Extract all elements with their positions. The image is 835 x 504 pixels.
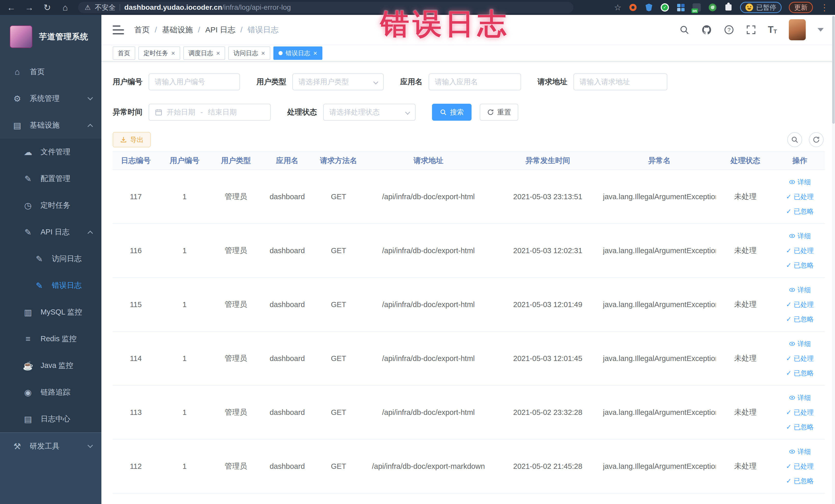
sidebar-item-dev-tools[interactable]: ⚒ 研发工具 (0, 433, 101, 460)
mark-ignored-link[interactable]: ✓已忽略 (786, 369, 814, 378)
sidebar-item-infrastructure[interactable]: ▤ 基础设施 (0, 112, 101, 139)
user-no-label: 用户编号 (113, 77, 142, 87)
sidebar-item-error-log[interactable]: ✎ 错误日志 (0, 272, 101, 299)
refresh-button[interactable] (809, 132, 824, 147)
date-end-placeholder: 结束日期 (208, 107, 237, 117)
address-bar[interactable]: ⚠ 不安全 dashboard.yudao.iocoder.cn/infra/l… (78, 2, 573, 13)
font-size-icon[interactable]: TT (768, 25, 777, 35)
scrollbar-thumb[interactable] (832, 16, 835, 124)
sidebar-item-api-logs[interactable]: ✎ API 日志 (0, 219, 101, 245)
request-url-input[interactable] (579, 78, 661, 86)
table-header-row: 日志编号 用户编号 用户类型 应用名 请求方法名 请求地址 异常发生时间 异常名… (113, 152, 825, 170)
tab-access-log[interactable]: 访问日志× (228, 46, 270, 60)
browser-update-button[interactable]: 更新 (789, 2, 813, 13)
extension-grid-icon[interactable] (676, 3, 685, 12)
mark-processed-link[interactable]: ✓已处理 (786, 408, 814, 417)
sidebar-item-home[interactable]: ⌂ 首页 (0, 59, 101, 85)
close-icon[interactable]: × (261, 50, 265, 57)
sidebar-item-java-monitor[interactable]: ☕ Java 监控 (0, 352, 101, 379)
help-icon[interactable]: ? (724, 25, 734, 35)
log-edit-icon: ✎ (34, 281, 45, 291)
tab-error-log[interactable]: 错误日志× (273, 46, 322, 60)
browser-reload-icon[interactable]: ↻ (42, 0, 53, 15)
detail-link[interactable]: 详细 (789, 394, 811, 402)
close-icon[interactable]: × (171, 50, 175, 57)
paused-extension-button[interactable]: 已暂停 (740, 2, 781, 13)
chevron-down-icon (405, 109, 410, 115)
detail-link[interactable]: 详细 (789, 447, 811, 456)
check-icon: ✓ (786, 477, 792, 485)
sidebar-item-config-management[interactable]: ✎ 配置管理 (0, 165, 101, 192)
extension-switch-icon[interactable]: on (692, 3, 701, 12)
sidebar-item-file-management[interactable]: ☁ 文件管理 (0, 139, 101, 165)
user-no-input[interactable] (155, 78, 234, 86)
tab-scheduled-jobs[interactable]: 定时任务× (138, 46, 180, 60)
mark-ignored-link[interactable]: ✓已忽略 (786, 315, 814, 324)
mark-processed-link[interactable]: ✓已处理 (786, 354, 814, 363)
filter-row-2: 异常时间 开始日期 - 结束日期 处理状态 请选择处理状态 (113, 104, 824, 121)
avatar[interactable] (789, 19, 806, 40)
sidebar-item-log-center[interactable]: ▤ 日志中心 (0, 406, 101, 432)
url-path: /infra/log/api-error-log (222, 3, 291, 11)
mark-ignored-link[interactable]: ✓已忽略 (786, 423, 814, 431)
browser-menu-kebab-icon[interactable]: ⋮ (820, 0, 829, 15)
sidebar-item-access-log[interactable]: ✎ 访问日志 (0, 245, 101, 272)
breadcrumb-home[interactable]: 首页 (134, 25, 150, 35)
status-text: 未处理 (716, 439, 775, 493)
chevron-down-icon (87, 442, 93, 448)
search-button[interactable]: 搜索 (432, 104, 471, 121)
browser-back-icon[interactable]: ← (6, 0, 16, 15)
sidebar-item-mysql-monitor[interactable]: ▥ MySQL 监控 (0, 299, 101, 326)
sidebar-item-redis-monitor[interactable]: ≡ Redis 监控 (0, 326, 101, 352)
detail-link[interactable]: 详细 (789, 231, 811, 241)
sidebar-toggle-icon[interactable] (113, 25, 124, 35)
sidebar-item-system-management[interactable]: ⚙ 系统管理 (0, 85, 101, 112)
close-icon[interactable]: × (216, 50, 220, 57)
export-button[interactable]: 导出 (113, 132, 151, 147)
fullscreen-icon[interactable] (746, 25, 756, 35)
url-host: dashboard.yudao.iocoder.cn (124, 3, 222, 11)
sidebar-item-trace[interactable]: ◉ 链路追踪 (0, 379, 101, 406)
detail-link[interactable]: 详细 (789, 178, 811, 187)
app-title: 芋道管理系统 (39, 31, 88, 42)
smiley-icon (746, 4, 753, 11)
browser-forward-icon[interactable]: → (24, 0, 34, 15)
breadcrumb-infrastructure[interactable]: 基础设施 (162, 25, 193, 35)
tools-icon: ⚒ (12, 441, 23, 451)
mark-processed-link[interactable]: ✓已处理 (786, 462, 814, 471)
reset-button[interactable]: 重置 (480, 104, 518, 121)
mark-ignored-link[interactable]: ✓已忽略 (786, 477, 814, 485)
date-range-picker[interactable]: 开始日期 - 结束日期 (149, 104, 271, 121)
toggle-search-button[interactable] (787, 132, 802, 147)
mark-processed-link[interactable]: ✓已处理 (786, 300, 814, 309)
date-start-placeholder: 开始日期 (167, 107, 195, 117)
extensions-puzzle-icon[interactable] (724, 3, 733, 12)
bookmark-star-icon[interactable]: ☆ (614, 3, 622, 12)
extension-shield-icon[interactable] (645, 3, 653, 12)
mark-processed-link[interactable]: ✓已处理 (786, 192, 814, 201)
detail-link[interactable]: 详细 (789, 285, 811, 295)
tab-schedule-log[interactable]: 调度日志× (183, 46, 225, 60)
app-logo-row[interactable]: 芋道管理系统 (0, 15, 101, 59)
user-type-select[interactable]: 请选择用户类型 (292, 74, 384, 90)
mark-ignored-link[interactable]: ✓已忽略 (786, 261, 814, 270)
extension-proxy-icon[interactable]: ✓ (660, 3, 669, 12)
mark-ignored-link[interactable]: ✓已忽略 (786, 207, 814, 216)
mark-processed-link[interactable]: ✓已处理 (786, 246, 814, 255)
status-select[interactable]: 请选择处理状态 (323, 104, 415, 121)
search-icon[interactable] (679, 25, 690, 35)
detail-link[interactable]: 详细 (789, 339, 811, 348)
breadcrumb-api-logs[interactable]: API 日志 (205, 25, 236, 35)
tab-home[interactable]: 首页 (113, 46, 135, 60)
github-icon[interactable] (701, 24, 712, 35)
extension-adblock-icon[interactable] (629, 3, 637, 12)
browser-home-icon[interactable]: ⌂ (60, 0, 70, 15)
close-icon[interactable]: × (313, 50, 317, 57)
caret-down-icon[interactable] (817, 28, 824, 32)
sidebar-item-scheduled-jobs[interactable]: ◷ 定时任务 (0, 192, 101, 219)
check-icon: ✓ (786, 355, 792, 363)
check-icon: ✓ (786, 315, 792, 323)
extension-leaf-icon[interactable] (708, 3, 717, 12)
app-name-input[interactable] (435, 78, 515, 86)
scrollbar[interactable] (832, 15, 835, 504)
